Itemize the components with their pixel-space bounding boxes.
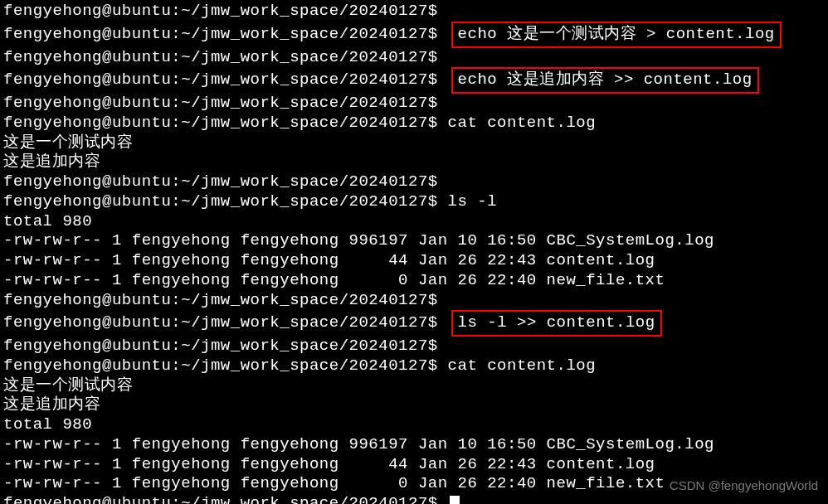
command-ls: ls -l <box>448 192 498 211</box>
output-line: total 980 <box>3 212 825 232</box>
prompt: fengyehong@ubuntu:~/jmw_work_space/20240… <box>3 25 438 43</box>
prompt-line: fengyehong@ubuntu:~/jmw_work_space/20240… <box>3 291 825 311</box>
prompt-line: fengyehong@ubuntu:~/jmw_work_space/20240… <box>3 310 825 337</box>
output-line: 这是追加内容 <box>3 153 825 172</box>
prompt-line: fengyehong@ubuntu:~/jmw_work_space/20240… <box>3 192 825 212</box>
prompt-line: fengyehong@ubuntu:~/jmw_work_space/20240… <box>3 67 825 94</box>
prompt: fengyehong@ubuntu:~/jmw_work_space/20240… <box>3 48 438 66</box>
prompt: fengyehong@ubuntu:~/jmw_work_space/20240… <box>3 2 438 20</box>
output-line: 这是一个测试内容 <box>3 133 825 153</box>
prompt: fengyehong@ubuntu:~/jmw_work_space/20240… <box>3 70 438 89</box>
prompt: fengyehong@ubuntu:~/jmw_work_space/20240… <box>3 192 438 211</box>
prompt-line: fengyehong@ubuntu:~/jmw_work_space/20240… <box>3 22 825 48</box>
output-line: 这是追加内容 <box>3 395 825 415</box>
prompt: fengyehong@ubuntu:~/jmw_work_space/20240… <box>3 356 438 375</box>
output-line: -rw-rw-r-- 1 fengyehong fengyehong 0 Jan… <box>3 271 825 291</box>
command-cat: cat content.log <box>448 114 597 132</box>
command-echo-append: echo 这是追加内容 >> content.log <box>451 67 759 94</box>
prompt: fengyehong@ubuntu:~/jmw_work_space/20240… <box>3 291 438 309</box>
output-line: -rw-rw-r-- 1 fengyehong fengyehong 44 Ja… <box>3 251 825 271</box>
prompt-line[interactable]: fengyehong@ubuntu:~/jmw_work_space/20240… <box>3 494 825 504</box>
command-ls-append: ls -l >> content.log <box>451 310 662 337</box>
output-line: -rw-rw-r-- 1 fengyehong fengyehong 44 Ja… <box>3 455 825 475</box>
prompt-line: fengyehong@ubuntu:~/jmw_work_space/20240… <box>3 114 825 133</box>
output-line: 这是一个测试内容 <box>3 376 825 396</box>
prompt-line: fengyehong@ubuntu:~/jmw_work_space/20240… <box>3 356 825 376</box>
watermark: CSDN @fengyehongWorld <box>670 478 818 494</box>
cursor <box>450 496 460 504</box>
output-line: total 980 <box>3 415 825 435</box>
prompt-line: fengyehong@ubuntu:~/jmw_work_space/20240… <box>3 48 825 68</box>
terminal-output[interactable]: fengyehong@ubuntu:~/jmw_work_space/20240… <box>3 2 825 504</box>
output-line: -rw-rw-r-- 1 fengyehong fengyehong 99619… <box>3 435 825 455</box>
prompt-line: fengyehong@ubuntu:~/jmw_work_space/20240… <box>3 2 825 22</box>
prompt: fengyehong@ubuntu:~/jmw_work_space/20240… <box>3 114 438 132</box>
output-line: -rw-rw-r-- 1 fengyehong fengyehong 99619… <box>3 231 825 251</box>
prompt-line: fengyehong@ubuntu:~/jmw_work_space/20240… <box>3 172 825 192</box>
prompt: fengyehong@ubuntu:~/jmw_work_space/20240… <box>3 337 438 355</box>
prompt-line: fengyehong@ubuntu:~/jmw_work_space/20240… <box>3 94 825 114</box>
command-cat: cat content.log <box>448 356 597 375</box>
prompt-line: fengyehong@ubuntu:~/jmw_work_space/20240… <box>3 337 825 356</box>
prompt: fengyehong@ubuntu:~/jmw_work_space/20240… <box>3 94 438 112</box>
prompt: fengyehong@ubuntu:~/jmw_work_space/20240… <box>3 313 438 332</box>
command-echo-overwrite: echo 这是一个测试内容 > content.log <box>451 22 782 48</box>
prompt: fengyehong@ubuntu:~/jmw_work_space/20240… <box>3 172 438 191</box>
prompt: fengyehong@ubuntu:~/jmw_work_space/20240… <box>3 494 438 504</box>
